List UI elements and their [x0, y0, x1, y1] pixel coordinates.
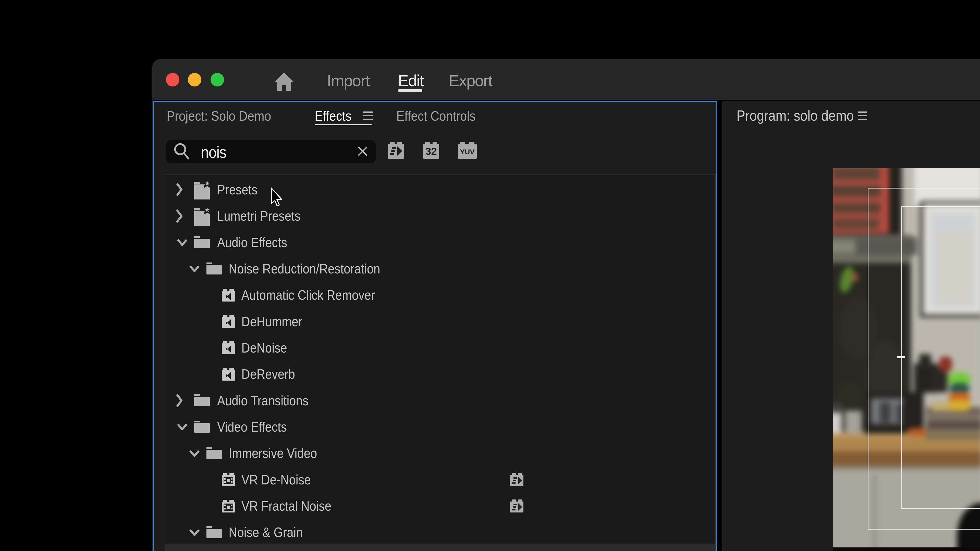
svg-text:32: 32	[425, 146, 437, 157]
svg-text:YUV: YUV	[460, 148, 475, 156]
